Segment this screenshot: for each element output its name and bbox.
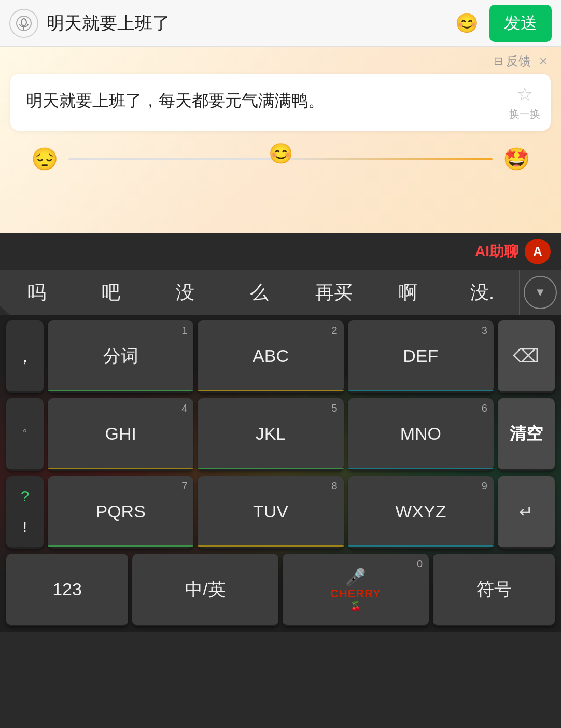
key-abc-label: ABC — [253, 346, 289, 366]
key-1-num: 1 — [181, 325, 187, 337]
key-pqrs[interactable]: 7 PQRS — [48, 476, 193, 549]
key-9-num: 9 — [482, 480, 487, 492]
key-def-label: DEF — [403, 346, 438, 366]
key-3-num: 3 — [482, 325, 487, 337]
key-abc[interactable]: 2 ABC — [198, 320, 343, 393]
key-comma[interactable]: ， — [6, 320, 44, 393]
glow-2 — [198, 390, 343, 391]
key-question[interactable]: ? — [17, 483, 34, 509]
suggestion-card: 明天就要上班了，每天都要元气满满鸭。 ☆ 换一换 — [10, 74, 551, 131]
feedback-label: 反馈 — [506, 53, 531, 69]
key-ghi-label: GHI — [105, 424, 136, 444]
dot-label: ° — [23, 428, 27, 440]
feedback-icon: ⊟ — [494, 54, 503, 68]
key-space[interactable]: 0 🎤 CHERRY 🍒 — [283, 554, 429, 626]
refresh-label: 换一换 — [509, 107, 540, 121]
key-fenci[interactable]: 1 分词 — [48, 320, 193, 393]
emotion-slider[interactable]: 😔 😊 🤩 — [0, 131, 561, 187]
key-wxyz-label: WXYZ — [395, 501, 446, 522]
svg-point-1 — [21, 19, 26, 26]
glow-5 — [198, 468, 343, 469]
key-exclaim[interactable]: ! — [19, 514, 31, 540]
ai-banner: AI助聊 A — [0, 233, 561, 270]
word-suggestions-bar: 吗 吧 没 么 再买 啊 没. ▼ — [0, 270, 561, 315]
ai-avatar-label: A — [533, 244, 542, 259]
key-def[interactable]: 3 DEF — [348, 320, 494, 393]
expand-suggestions-button[interactable]: ▼ — [520, 272, 561, 313]
key-dot[interactable]: ° — [6, 398, 44, 471]
word-suggestion-4[interactable]: 再买 — [297, 270, 371, 315]
key-2-num: 2 — [332, 325, 338, 337]
send-button[interactable]: 发送 — [489, 5, 552, 42]
glow-6 — [348, 468, 494, 469]
cherry-logo: CHERRY — [330, 587, 381, 600]
key-ghi[interactable]: 4 GHI — [48, 398, 193, 471]
word-suggestion-0[interactable]: 吗 — [0, 270, 74, 315]
key-jkl-label: JKL — [256, 424, 286, 444]
emotion-happy-icon: 🤩 — [503, 146, 530, 172]
ai-suggestion-area: ⊟ 反馈 × 明天就要上班了，每天都要元气满满鸭。 ☆ 换一换 😔 😊 🤩 — [0, 47, 561, 233]
feedback-bar: ⊟ 反馈 × — [0, 47, 561, 74]
key-jkl[interactable]: 5 JKL — [198, 398, 343, 471]
comma-label: ， — [16, 344, 34, 368]
key-0-num: 0 — [417, 558, 423, 570]
key-symbol-label: 符号 — [476, 578, 512, 601]
enter-icon: ↵ — [519, 502, 533, 522]
key-6-num: 6 — [482, 402, 487, 414]
glow-7 — [48, 545, 193, 547]
suggestion-text: 明天就要上班了，每天都要元气满满鸭。 — [26, 88, 535, 113]
glow-3 — [348, 390, 494, 391]
keyboard-row-1: ， 1 分词 2 ABC 3 DEF ⌫ — [6, 320, 555, 393]
backspace-icon: ⌫ — [513, 345, 539, 367]
glow-4 — [48, 468, 193, 469]
key-wxyz[interactable]: 9 WXYZ — [348, 476, 494, 549]
key-pqrs-label: PQRS — [95, 501, 145, 522]
refresh-suggestion-button[interactable]: ☆ 换一换 — [509, 83, 540, 121]
key-8-num: 8 — [332, 480, 338, 492]
word-suggestion-1[interactable]: 吧 — [74, 270, 148, 315]
message-input[interactable]: 明天就要上班了 — [47, 11, 444, 35]
word-suggestion-3[interactable]: 么 — [222, 270, 297, 315]
close-suggestion-button[interactable]: × — [536, 53, 551, 69]
keyboard-row-2: ° 4 GHI 5 JKL 6 MNO 清空 — [6, 398, 555, 471]
key-clear[interactable]: 清空 — [498, 398, 555, 471]
glow-8 — [198, 545, 343, 547]
slider-fill — [280, 158, 493, 160]
emotion-neutral-icon: 😊 — [269, 142, 293, 165]
key-7-num: 7 — [181, 480, 187, 492]
key-symbol[interactable]: 符号 — [433, 554, 555, 626]
key-zhong-ying[interactable]: 中/英 — [132, 554, 278, 626]
key-left-special-col: ? ! — [6, 476, 44, 549]
key-tuv-label: TUV — [253, 501, 288, 522]
feedback-button[interactable]: ⊟ 反馈 — [494, 53, 531, 69]
key-zhong-label: 中/英 — [185, 578, 225, 601]
ai-banner-text: AI助聊 — [475, 242, 518, 261]
keyboard-area: AI助聊 A 吗 吧 没 么 再买 啊 没. ▼ ， 1 分词 — [0, 233, 561, 728]
expand-circle-icon: ▼ — [524, 276, 557, 309]
glow-1 — [48, 390, 193, 391]
glow-9 — [348, 545, 494, 547]
key-enter[interactable]: ↵ — [498, 476, 555, 549]
word-suggestion-6[interactable]: 没. — [445, 270, 520, 315]
word-suggestion-2[interactable]: 没 — [148, 270, 222, 315]
key-fenci-label: 分词 — [103, 344, 138, 368]
top-input-bar: 明天就要上班了 😊 发送 — [0, 0, 561, 47]
key-mno[interactable]: 6 MNO — [348, 398, 494, 471]
key-123-label: 123 — [52, 579, 82, 599]
ai-avatar[interactable]: A — [525, 239, 551, 264]
keyboard-row-3: ? ! 7 PQRS 8 TUV 9 WXYZ — [6, 476, 555, 549]
key-mno-label: MNO — [400, 424, 441, 444]
keyboard-row-4: 123 中/英 0 🎤 CHERRY 🍒 符号 — [6, 554, 555, 626]
voice-button[interactable] — [9, 9, 38, 38]
key-clear-label: 清空 — [510, 423, 543, 445]
keyboard-inner: ， 1 分词 2 ABC 3 DEF ⌫ — [0, 315, 561, 632]
star-icon: ☆ — [516, 83, 533, 105]
key-backspace[interactable]: ⌫ — [498, 320, 555, 393]
word-suggestion-5[interactable]: 啊 — [371, 270, 445, 315]
emoji-button[interactable]: 😊 — [452, 9, 481, 38]
key-123[interactable]: 123 — [6, 554, 128, 626]
cherry-leaf-icon: 🍒 — [350, 600, 361, 612]
key-5-num: 5 — [332, 402, 338, 414]
mic-icon: 🎤 — [345, 567, 366, 587]
key-tuv[interactable]: 8 TUV — [198, 476, 343, 549]
